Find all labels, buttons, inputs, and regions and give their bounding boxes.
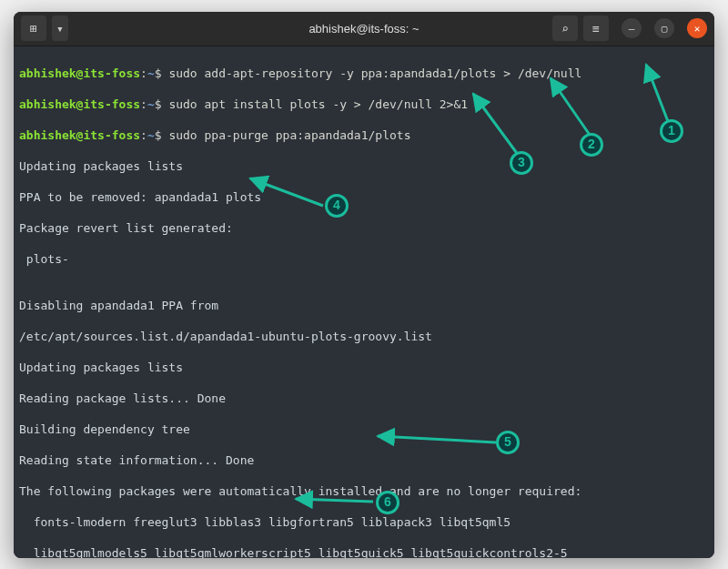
close-button[interactable]: ✕	[687, 18, 707, 38]
output-line: Reading package lists... Done	[19, 391, 709, 406]
maximize-icon: ▢	[662, 23, 668, 35]
titlebar: ⊞ ▾ abhishek@its-foss: ~ ⌕ ≡ – ▢ ✕	[14, 12, 714, 46]
output-line: /etc/apt/sources.list.d/apandada1-ubuntu…	[19, 329, 709, 344]
output-line: Updating packages lists	[19, 158, 709, 174]
output-line: Reading state information... Done	[19, 452, 709, 468]
tab-dropdown-button[interactable]: ▾	[52, 15, 68, 41]
command-3: sudo ppa-purge ppa:apandada1/plots	[168, 128, 410, 142]
close-icon: ✕	[694, 23, 701, 35]
output-line: PPA to be removed: apandada1 plots	[19, 189, 709, 205]
maximize-button[interactable]: ▢	[654, 18, 674, 38]
output-line: The following packages were automaticall…	[19, 483, 709, 499]
output-line: Updating packages lists	[19, 360, 709, 375]
search-icon: ⌕	[561, 22, 569, 36]
chevron-down-icon: ▾	[56, 22, 64, 36]
prompt-user: abhishek@its-foss	[19, 66, 140, 80]
output-line: Package revert list generated:	[19, 220, 709, 236]
prompt-symbol: $	[155, 66, 162, 80]
search-button[interactable]: ⌕	[552, 15, 578, 41]
prompt-path: ~	[147, 66, 155, 80]
prompt-line-1: abhishek@its-foss:~$ sudo add-apt-reposi…	[19, 66, 709, 81]
terminal-body[interactable]: abhishek@its-foss:~$ sudo add-apt-reposi…	[14, 46, 714, 558]
command-1: sudo add-apt-repository -y ppa:apandada1…	[168, 66, 581, 80]
new-tab-button[interactable]: ⊞	[21, 15, 46, 41]
output-line: plots-	[19, 251, 709, 267]
output-line: Building dependency tree	[19, 422, 709, 437]
output-line: Disabling apandada1 PPA from	[19, 298, 709, 313]
prompt-line-3: abhishek@its-foss:~$ sudo ppa-purge ppa:…	[19, 127, 709, 143]
new-tab-icon: ⊞	[30, 22, 37, 36]
output-line: libqt5qmlmodels5 libqt5qmlworkerscript5 …	[19, 545, 709, 558]
terminal-window: ⊞ ▾ abhishek@its-foss: ~ ⌕ ≡ – ▢ ✕ abhis…	[14, 12, 714, 558]
hamburger-menu-button[interactable]: ≡	[583, 15, 609, 41]
output-line: fonts-lmodern freeglut3 libblas3 libgfor…	[19, 514, 709, 530]
svg-line-5	[296, 499, 373, 502]
command-2: sudo apt install plots -y > /dev/null 2>…	[168, 97, 468, 111]
minimize-button[interactable]: –	[622, 18, 642, 38]
menu-icon: ≡	[592, 22, 600, 36]
prompt-line-2: abhishek@its-foss:~$ sudo apt install pl…	[19, 97, 709, 112]
minimize-icon: –	[629, 23, 635, 35]
svg-line-4	[378, 436, 496, 442]
